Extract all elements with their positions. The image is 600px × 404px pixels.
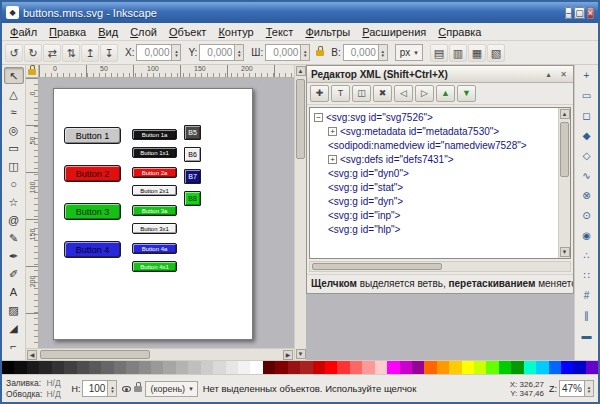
spinner-arrows-icon[interactable]	[171, 45, 180, 60]
maximize-button[interactable]: ▢	[574, 7, 585, 19]
fill-stroke-indicator[interactable]: Заливка: Н/Д Обводка: Н/Д	[6, 378, 66, 399]
scroll-up-icon[interactable]	[560, 109, 570, 119]
height-input[interactable]: 0,000	[343, 44, 388, 61]
xml-tree-node[interactable]: <sodipodi:namedview id="namedview7528">	[310, 138, 558, 152]
move-node-up-button[interactable]: ▲	[436, 85, 455, 102]
xml-tree-node[interactable]: +<svg:defs id="defs7431">	[310, 152, 558, 166]
color-swatch[interactable]	[213, 361, 225, 374]
color-swatch[interactable]	[52, 361, 64, 374]
affect-gradients-toggle[interactable]: ▦	[468, 44, 486, 62]
snap-master-toggle[interactable]: +	[577, 67, 597, 86]
menu-item[interactable]: Расширения	[356, 25, 432, 39]
flip-horizontal-button[interactable]: ⇄	[43, 44, 61, 62]
snap-paths-toggle[interactable]: ∿	[577, 167, 597, 186]
snap-bbox-corners-toggle[interactable]: ◆	[577, 127, 597, 146]
rotate-ccw-button[interactable]: ↺	[5, 44, 23, 62]
expander-plus-icon[interactable]: +	[328, 127, 337, 136]
color-swatch[interactable]	[313, 361, 325, 374]
color-swatch[interactable]	[201, 361, 213, 374]
canvas-object-button-2x1[interactable]: Button 2x1	[132, 185, 177, 196]
panel-close-icon[interactable]: ✕	[558, 70, 569, 79]
move-node-down-button[interactable]: ▼	[457, 85, 476, 102]
affect-move-patterns-toggle[interactable]: ▤	[430, 44, 448, 62]
color-swatch[interactable]	[188, 361, 200, 374]
canvas-object-b6[interactable]: B6	[184, 147, 201, 162]
menu-item[interactable]: Текст	[260, 25, 300, 39]
color-swatch[interactable]	[474, 361, 486, 374]
color-swatch[interactable]	[2, 361, 14, 374]
color-swatch[interactable]	[226, 361, 238, 374]
star-tool[interactable]: ☆	[4, 193, 24, 210]
color-swatch[interactable]	[77, 361, 89, 374]
color-swatch[interactable]	[126, 361, 138, 374]
color-swatch[interactable]	[39, 361, 51, 374]
color-swatch[interactable]	[101, 361, 113, 374]
xml-tree-node[interactable]: −<svg:svg id="svg7526">	[310, 110, 558, 124]
color-swatch[interactable]	[238, 361, 250, 374]
color-swatch[interactable]	[337, 361, 349, 374]
gradient-tool[interactable]: ▨	[4, 301, 24, 318]
canvas-object-button-1x1[interactable]: Button 1x1	[132, 147, 177, 158]
menu-item[interactable]: Вид	[92, 25, 124, 39]
new-text-node-button[interactable]: Т	[331, 85, 350, 102]
spinner-arrows-icon[interactable]	[584, 381, 593, 396]
menu-item[interactable]: Файл	[4, 25, 43, 39]
canvas-object-button-2a[interactable]: Button 2a	[132, 167, 177, 178]
spinner-arrows-icon[interactable]	[234, 45, 243, 60]
titlebar[interactable]: ◆ buttons.mns.svg - Inkscape –▢×	[2, 2, 598, 23]
color-swatch[interactable]	[387, 361, 399, 374]
zoom-tool[interactable]: ◎	[4, 121, 24, 138]
ellipse-tool[interactable]: ○	[4, 175, 24, 192]
width-input[interactable]: 0,000	[265, 44, 310, 61]
snap-bbox-edges-toggle[interactable]: ◻	[577, 107, 597, 126]
canvas[interactable]: Button 1Button 1aButton 1x1B5Button 2But…	[39, 78, 294, 348]
horizontal-ruler[interactable]: 050100150200	[39, 65, 294, 78]
menu-item[interactable]: Правка	[43, 25, 92, 39]
scrollbar-track[interactable]	[295, 77, 306, 348]
panel-collapse-icon[interactable]: ▴	[543, 70, 554, 79]
xml-tree-vertical-scrollbar[interactable]	[558, 108, 570, 258]
scrollbar-thumb[interactable]	[560, 122, 569, 177]
spinner-arrows-icon[interactable]	[300, 45, 309, 60]
document-page[interactable]: Button 1Button 1aButton 1x1B5Button 2But…	[53, 88, 253, 340]
menu-item[interactable]: Контур	[212, 25, 259, 39]
snap-midpoints-toggle[interactable]: ∴	[577, 247, 597, 266]
scrollbar-track[interactable]	[38, 349, 282, 360]
lock-ratio-icon[interactable]	[316, 50, 324, 56]
scrollbar-thumb[interactable]	[312, 263, 442, 270]
color-swatch[interactable]	[412, 361, 424, 374]
canvas-object-button-4x1[interactable]: Button 4x1	[132, 261, 177, 272]
color-swatch[interactable]	[437, 361, 449, 374]
color-swatch[interactable]	[573, 361, 585, 374]
node-tool[interactable]: △	[4, 85, 24, 102]
canvas-vertical-scrollbar[interactable]	[294, 65, 306, 360]
color-swatch[interactable]	[400, 361, 412, 374]
color-swatch[interactable]	[275, 361, 287, 374]
color-swatch[interactable]	[139, 361, 151, 374]
delete-node-button[interactable]: ✖	[373, 85, 392, 102]
layer-dropdown[interactable]: (корень) ▾	[145, 381, 197, 397]
raise-button[interactable]: ↥	[81, 44, 99, 62]
menu-item[interactable]: Объект	[163, 25, 212, 39]
units-dropdown[interactable]: px ▾	[395, 44, 423, 61]
color-swatch[interactable]	[424, 361, 436, 374]
scrollbar-thumb[interactable]	[296, 79, 305, 159]
color-swatch[interactable]	[586, 361, 598, 374]
color-swatch[interactable]	[375, 361, 387, 374]
calligraphy-tool[interactable]: ✐	[4, 265, 24, 282]
snap-centers-toggle[interactable]: ∷	[577, 267, 597, 286]
snap-guides-toggle[interactable]: ∥	[577, 307, 597, 326]
zoom-input[interactable]: 47%	[559, 380, 594, 397]
tweak-tool[interactable]: ≈	[4, 103, 24, 120]
box3d-tool[interactable]: ◫	[4, 157, 24, 174]
menu-item[interactable]: Фильтры	[299, 25, 356, 39]
canvas-object-button-3a[interactable]: Button 3a	[132, 205, 177, 216]
color-swatch[interactable]	[163, 361, 175, 374]
unindent-node-button[interactable]: ◁	[394, 85, 413, 102]
canvas-object-button-3x1[interactable]: Button 3x1	[132, 223, 177, 234]
spiral-tool[interactable]: @	[4, 211, 24, 228]
duplicate-node-button[interactable]: ◫	[352, 85, 371, 102]
menu-item[interactable]: Слой	[124, 25, 163, 39]
lower-button[interactable]: ↧	[100, 44, 118, 62]
color-swatch[interactable]	[300, 361, 312, 374]
